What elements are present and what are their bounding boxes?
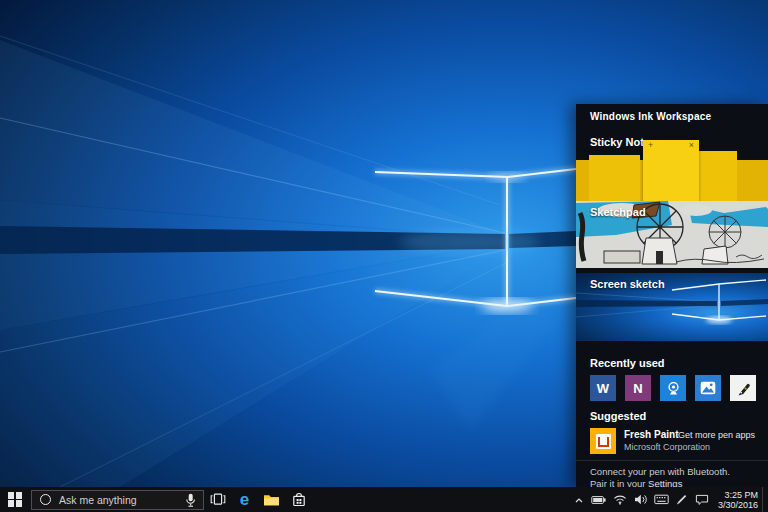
windows-ink-workspace-button[interactable] xyxy=(672,487,691,512)
search-placeholder: Ask me anything xyxy=(59,494,137,506)
folder-icon xyxy=(263,493,280,506)
sketchpad-label: Sketchpad xyxy=(590,206,646,218)
get-more-pen-apps-link[interactable]: Get more pen apps xyxy=(678,430,755,440)
file-explorer-button[interactable] xyxy=(258,487,285,512)
store-bag-icon xyxy=(292,492,306,507)
volume-status[interactable] xyxy=(630,487,650,512)
microphone-icon[interactable] xyxy=(185,493,196,512)
edge-button[interactable]: e xyxy=(231,487,258,512)
sketchpad-preview[interactable]: Sketchpad xyxy=(576,201,768,268)
photo-icon xyxy=(700,381,716,395)
touch-keyboard-icon xyxy=(654,494,669,505)
action-center-icon xyxy=(695,494,709,506)
recently-used-row: W N xyxy=(590,375,756,401)
panel-title: Windows Ink Workspace xyxy=(590,111,711,122)
search-input[interactable]: Ask me anything xyxy=(31,490,204,510)
tray-overflow-button[interactable] xyxy=(569,487,587,512)
fresh-paint-app-icon[interactable] xyxy=(590,428,616,454)
photos-app-icon[interactable] xyxy=(695,375,721,401)
sticky-close-icon[interactable]: × xyxy=(689,140,694,151)
clock-time: 3:25 PM xyxy=(718,490,758,500)
taskbar: Ask me anything e xyxy=(0,487,768,512)
word-glyph: W xyxy=(597,381,609,396)
onenote-glyph: N xyxy=(633,381,642,396)
chevron-up-icon xyxy=(573,495,585,505)
network-status[interactable] xyxy=(610,487,630,512)
show-desktop-button[interactable] xyxy=(762,487,768,512)
speaker-icon xyxy=(634,494,648,505)
screen-sketch-preview[interactable]: Screen sketch xyxy=(576,273,768,341)
pen-pairing-hint: Connect your pen with Bluetooth. Pair it… xyxy=(590,466,758,489)
clock-date: 3/30/2016 xyxy=(718,500,758,510)
system-tray: 3:25 PM 3/30/2016 xyxy=(569,487,768,512)
sticky-notes-preview[interactable]: + × xyxy=(576,140,768,201)
store-button[interactable] xyxy=(285,487,312,512)
start-button[interactable] xyxy=(0,487,30,512)
touch-keyboard-button[interactable] xyxy=(651,487,672,512)
sticky-add-icon[interactable]: + xyxy=(648,140,653,151)
pairing-hint-line1: Connect your pen with Bluetooth. xyxy=(590,466,730,477)
sticky-note-right xyxy=(698,151,737,201)
sticky-note-front[interactable]: + × xyxy=(643,140,699,201)
battery-icon xyxy=(591,495,607,505)
fresh-paint-canvas-icon xyxy=(596,434,611,449)
cortana-icon xyxy=(40,494,51,505)
suggested-label: Suggested xyxy=(590,410,646,422)
recently-used-label: Recently used xyxy=(590,357,665,369)
windows-logo-icon xyxy=(8,492,23,507)
webcam-icon xyxy=(666,381,681,396)
battery-status[interactable] xyxy=(588,487,610,512)
action-center-button[interactable] xyxy=(692,487,712,512)
sticky-note-left xyxy=(589,155,640,201)
suggested-row: Fresh Paint Microsoft Corporation Get mo… xyxy=(576,428,768,456)
fountain-pen-icon xyxy=(735,380,752,397)
task-view-icon xyxy=(210,493,226,506)
pen-app-icon[interactable] xyxy=(730,375,756,401)
screen-sketch-label: Screen sketch xyxy=(590,278,665,290)
pen-icon xyxy=(675,493,688,506)
task-view-button[interactable] xyxy=(204,487,231,512)
suggested-app-name[interactable]: Fresh Paint xyxy=(624,429,678,440)
onenote-app-icon[interactable]: N xyxy=(625,375,651,401)
panel-divider xyxy=(576,460,768,461)
suggested-app-publisher: Microsoft Corporation xyxy=(624,442,710,452)
windows-ink-workspace-panel: Windows Ink Workspace Sticky Notes + × xyxy=(576,104,768,487)
clock[interactable]: 3:25 PM 3/30/2016 xyxy=(718,490,758,510)
edge-icon: e xyxy=(240,491,249,508)
wifi-icon xyxy=(613,494,627,505)
word-app-icon[interactable]: W xyxy=(590,375,616,401)
camera-app-icon[interactable] xyxy=(660,375,686,401)
